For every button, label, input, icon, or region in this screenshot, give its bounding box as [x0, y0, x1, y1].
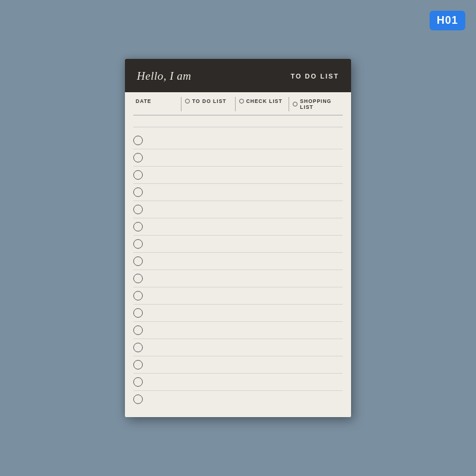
- checklist-item[interactable]: [133, 253, 343, 270]
- check-line: [148, 399, 343, 400]
- check-circle-bullet[interactable]: [133, 291, 143, 300]
- check-circle-bullet[interactable]: [133, 308, 143, 318]
- header-subtitle: TO DO LIST: [290, 73, 339, 80]
- header-title: Hello, I am: [137, 70, 192, 83]
- checklist-item[interactable]: [133, 149, 343, 167]
- check-line: [148, 347, 343, 348]
- check-line: [148, 382, 343, 383]
- checklist-item[interactable]: [133, 167, 343, 184]
- checklist-item[interactable]: [133, 287, 343, 305]
- todo-circle-icon: [185, 99, 190, 104]
- col-header-check: CHECK LIST: [235, 97, 289, 111]
- col-header-date: DATE: [133, 97, 181, 111]
- check-line: [148, 365, 343, 365]
- check-line: [148, 296, 343, 296]
- check-line: [148, 313, 343, 314]
- check-circle-bullet[interactable]: [133, 187, 143, 197]
- checklist-item[interactable]: [133, 184, 343, 201]
- check-circle-bullet[interactable]: [133, 360, 143, 369]
- check-line: [148, 209, 343, 210]
- checklist-item[interactable]: [133, 201, 343, 218]
- col-header-todo: TO DO LIST: [181, 97, 235, 111]
- checklist-item[interactable]: [133, 305, 343, 322]
- checklist-item[interactable]: [133, 356, 343, 374]
- check-circle-bullet[interactable]: [133, 394, 143, 404]
- notepad-body: DATE TO DO LIST CHECK LIST: [125, 92, 351, 417]
- checklist-rows: [125, 127, 351, 417]
- check-line: [148, 330, 343, 331]
- notepad: Hello, I am TO DO LIST DATE TO DO LIST: [125, 59, 351, 417]
- check-line: [148, 244, 343, 245]
- check-line: [148, 158, 343, 158]
- check-circle-bullet[interactable]: [133, 136, 143, 145]
- notepad-header: Hello, I am TO DO LIST: [125, 59, 351, 92]
- check-line: [148, 261, 343, 262]
- column-headers: DATE TO DO LIST CHECK LIST: [133, 92, 343, 115]
- checklist-item[interactable]: [133, 218, 343, 236]
- page-wrapper: H01 Hello, I am TO DO LIST DATE TO DO LI…: [0, 0, 476, 476]
- check-circle-bullet[interactable]: [133, 256, 143, 266]
- check-circle-bullet[interactable]: [133, 170, 143, 180]
- check-circle-icon: [239, 99, 244, 104]
- shopping-circle-icon: [293, 102, 298, 107]
- check-line: [148, 192, 343, 193]
- checklist-item[interactable]: [133, 236, 343, 253]
- check-circle-bullet[interactable]: [133, 325, 143, 335]
- check-circle-bullet[interactable]: [133, 239, 143, 249]
- checklist-item[interactable]: [133, 322, 343, 339]
- check-line: [148, 278, 343, 279]
- check-line: [148, 227, 343, 227]
- checklist-item[interactable]: [133, 339, 343, 356]
- check-circle-bullet[interactable]: [133, 343, 143, 352]
- check-circle-bullet[interactable]: [133, 377, 143, 387]
- check-line: [148, 175, 343, 176]
- col-header-shopping: SHOPPING LIST: [289, 97, 343, 111]
- check-circle-bullet[interactable]: [133, 205, 143, 214]
- separator-row: [133, 115, 343, 127]
- badge: H01: [430, 11, 465, 30]
- check-circle-bullet[interactable]: [133, 222, 143, 231]
- checklist-item[interactable]: [133, 391, 343, 408]
- checklist-item[interactable]: [133, 374, 343, 391]
- checklist-item[interactable]: [133, 270, 343, 287]
- check-circle-bullet[interactable]: [133, 274, 143, 283]
- check-circle-bullet[interactable]: [133, 153, 143, 162]
- checklist-item[interactable]: [133, 132, 343, 149]
- check-line: [148, 140, 343, 141]
